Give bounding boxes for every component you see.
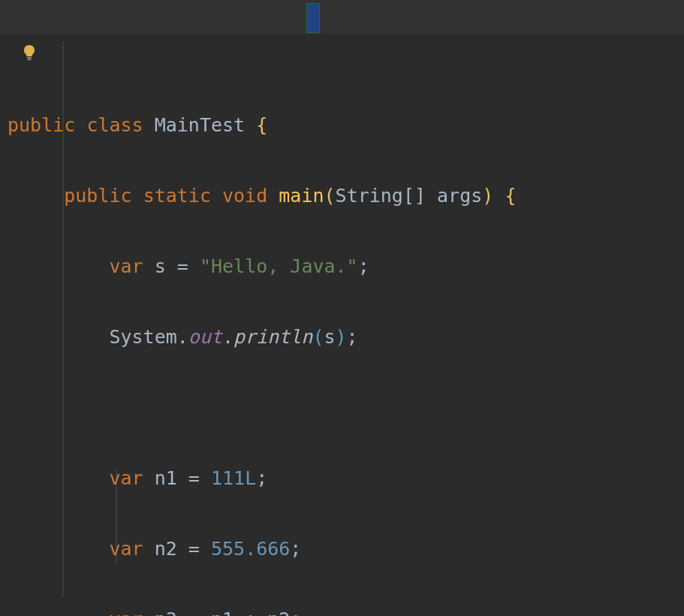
var: n1	[211, 608, 234, 616]
type: String	[336, 185, 403, 207]
keyword: var	[109, 467, 143, 489]
keyword: var	[109, 255, 143, 277]
var: n2	[155, 538, 177, 560]
var: s	[324, 326, 335, 348]
keyword: static	[143, 185, 211, 207]
brace: {	[505, 185, 516, 207]
class-name: MainTest	[155, 114, 245, 136]
keyword: class	[86, 114, 143, 136]
keyword: var	[109, 608, 143, 616]
svg-rect-0	[27, 57, 32, 59]
op: +	[245, 608, 256, 616]
method-call: println	[234, 326, 312, 348]
semi: ;	[256, 467, 267, 489]
op: =	[177, 255, 188, 277]
code-line-5	[0, 390, 684, 425]
code-line-3: var s = "Hello, Java.";	[0, 249, 684, 284]
keyword: void	[222, 185, 267, 207]
string: "Hello, Java."	[200, 255, 358, 277]
dot: .	[177, 326, 188, 348]
code-line-6: var n1 = 111L;	[0, 460, 684, 496]
dot: .	[222, 326, 234, 348]
brace: {	[256, 114, 267, 136]
var: n2	[267, 608, 290, 616]
op: =	[188, 467, 200, 489]
var: n3	[155, 608, 177, 616]
keyword: public	[8, 114, 75, 136]
code-line-1: public class MainTest {	[0, 107, 684, 143]
code-editor[interactable]: public class MainTest { public static vo…	[0, 0, 684, 616]
code-lines: public class MainTest { public static vo…	[0, 72, 684, 616]
var: s	[155, 255, 166, 277]
code-line-4: System.out.println(s);	[0, 319, 684, 355]
code-line-8: var n3 = n1 + n2;	[0, 602, 684, 616]
keyword: var	[109, 538, 143, 560]
class-ref: System	[109, 326, 176, 348]
semi: ;	[290, 608, 301, 616]
lightbulb-icon[interactable]	[23, 44, 36, 62]
field: out	[188, 326, 222, 348]
semi: ;	[290, 538, 301, 560]
var: n1	[155, 467, 177, 489]
param: args	[437, 185, 482, 207]
op: =	[188, 608, 200, 616]
keyword: public	[64, 185, 131, 207]
number: 555.666	[211, 538, 290, 560]
code-line-2: public static void main(String[] args) {	[0, 178, 684, 213]
semi: ;	[358, 255, 369, 277]
method-name: main	[279, 185, 324, 207]
caret-highlight	[306, 3, 320, 33]
code-line-7: var n2 = 555.666;	[0, 531, 684, 566]
op: =	[188, 538, 200, 560]
number: 111L	[211, 467, 256, 489]
semi: ;	[347, 326, 358, 348]
svg-rect-1	[27, 59, 31, 60]
brackets: []	[403, 185, 426, 207]
